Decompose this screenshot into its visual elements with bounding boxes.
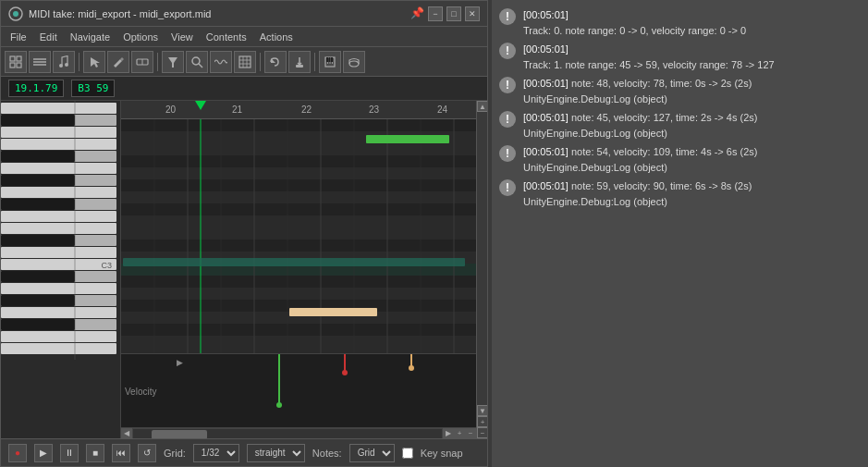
scroll-zoom-in[interactable]: + xyxy=(454,428,465,439)
toolbar-grid2-btn[interactable] xyxy=(234,51,256,73)
position-bar: 19.1.79 B3 59 xyxy=(1,77,487,101)
console-entry-2: ! [00:05:01] Track: 1. note range: 45 ->… xyxy=(499,42,861,72)
v-scrollbar[interactable]: ▲ ▼ + − xyxy=(476,101,487,438)
svg-rect-60 xyxy=(1,235,75,246)
svg-rect-73 xyxy=(121,203,476,215)
svg-rect-47 xyxy=(1,259,116,270)
svg-rect-69 xyxy=(121,155,476,167)
menu-edit[interactable]: Edit xyxy=(34,30,63,44)
toolbar-music-btn[interactable] xyxy=(53,51,75,73)
curve-select[interactable]: straight linear bezier xyxy=(247,444,305,462)
toolbar-sep-1 xyxy=(79,53,79,71)
toolbar-filter-btn[interactable] xyxy=(162,51,184,73)
transport-stop[interactable]: ■ xyxy=(86,444,104,462)
toolbar-piano-btn[interactable] xyxy=(319,51,341,73)
scroll-right-btn[interactable]: ▶ xyxy=(443,428,454,439)
svg-rect-56 xyxy=(1,115,75,126)
menu-navigate[interactable]: Navigate xyxy=(65,30,116,44)
toolbar-zoom-btn[interactable] xyxy=(186,51,208,73)
timeline: 20 21 22 23 24 xyxy=(121,101,476,119)
key-snap-checkbox[interactable] xyxy=(402,448,413,459)
menu-contents[interactable]: Contents xyxy=(201,30,252,44)
velocity-section: Velocity ▶ xyxy=(121,353,476,427)
marker-21: 21 xyxy=(232,104,242,115)
svg-rect-80 xyxy=(121,288,476,300)
piano-keyboard: C3 xyxy=(1,101,121,438)
toolbar-glue-btn[interactable] xyxy=(288,51,311,73)
midi-icon xyxy=(8,6,23,21)
svg-rect-98 xyxy=(366,135,449,143)
close-button[interactable]: ✕ xyxy=(465,6,480,21)
toolbar-drum-btn[interactable] xyxy=(343,51,365,73)
menu-view[interactable]: View xyxy=(165,30,199,44)
svg-point-31 xyxy=(349,61,359,67)
svg-rect-41 xyxy=(1,187,116,198)
v-scroll-plus[interactable]: + xyxy=(477,416,487,427)
v-scroll-down[interactable]: ▼ xyxy=(477,405,487,416)
svg-rect-54 xyxy=(1,331,116,342)
transport-record[interactable]: ● xyxy=(8,444,27,462)
svg-rect-75 xyxy=(121,227,476,240)
svg-rect-50 xyxy=(1,283,116,294)
midi-window: MIDI take: midi_export - midi_export.mid… xyxy=(0,0,488,467)
console-text-4: [00:05:01] note: 45, velocity: 127, time… xyxy=(523,110,757,141)
transport-pause[interactable]: ⏸ xyxy=(60,444,79,462)
grid-label: Grid: xyxy=(164,448,186,459)
console-entry-5: ! [00:05:01] note: 54, velocity: 109, ti… xyxy=(499,144,861,175)
notes-label: Notes: xyxy=(312,448,342,459)
svg-rect-70 xyxy=(121,167,476,179)
transport-play[interactable]: ▶ xyxy=(34,444,53,462)
svg-rect-2 xyxy=(10,56,15,61)
toolbar-pencil-btn[interactable] xyxy=(107,51,129,73)
v-scroll-minus[interactable]: − xyxy=(477,427,487,438)
toolbar-wave-btn[interactable] xyxy=(210,51,232,73)
console-entry-4: ! [00:05:01] note: 45, velocity: 127, ti… xyxy=(499,110,861,141)
svg-rect-4 xyxy=(10,63,15,68)
svg-rect-58 xyxy=(1,175,75,186)
menu-actions[interactable]: Actions xyxy=(254,30,299,44)
notes-select[interactable]: Grid All xyxy=(349,444,395,462)
svg-point-15 xyxy=(192,57,200,65)
menu-options[interactable]: Options xyxy=(117,30,164,44)
grid-select[interactable]: 1/32 1/16 1/8 1/4 xyxy=(193,444,239,462)
svg-rect-46 xyxy=(1,247,116,258)
console-entry-1: ! [00:05:01] Track: 0. note range: 0 -> … xyxy=(499,7,861,38)
toolbar-sep-3 xyxy=(260,53,261,71)
svg-rect-23 xyxy=(296,65,303,68)
v-scroll-up[interactable]: ▲ xyxy=(477,101,487,112)
svg-rect-36 xyxy=(1,127,116,138)
transport-back[interactable]: ⏮ xyxy=(112,444,130,462)
console-icon-6: ! xyxy=(499,179,516,196)
console-panel: ! [00:05:01] Track: 0. note range: 0 -> … xyxy=(492,0,868,467)
svg-point-115 xyxy=(409,365,414,371)
console-entry-3: ! [00:05:01] note: 48, velocity: 78, tim… xyxy=(499,76,861,106)
svg-rect-37 xyxy=(1,139,116,150)
velocity-expand-btn[interactable]: ▶ xyxy=(177,358,183,367)
scroll-left-btn[interactable]: ◀ xyxy=(121,428,132,439)
svg-point-111 xyxy=(276,402,282,408)
toolbar-grid-btn[interactable] xyxy=(5,51,27,73)
console-text-5: [00:05:01] note: 54, velocity: 109, time… xyxy=(523,144,757,175)
toolbar-sep-4 xyxy=(314,53,315,71)
h-scrollbar-container: ◀ ▶ + − xyxy=(121,427,476,438)
maximize-button[interactable]: □ xyxy=(446,6,461,21)
pin-icon[interactable]: 📌 xyxy=(410,6,424,21)
toolbar-undo-btn[interactable] xyxy=(264,51,287,73)
svg-rect-30 xyxy=(331,57,333,62)
svg-rect-57 xyxy=(1,151,75,162)
toolbar-cursor-btn[interactable] xyxy=(83,51,105,73)
toolbar-erase-btn[interactable] xyxy=(131,51,153,73)
toolbar-lines-btn[interactable] xyxy=(29,51,51,73)
svg-point-9 xyxy=(59,64,63,68)
scroll-zoom-out[interactable]: − xyxy=(465,428,476,439)
bottom-bar: ● ▶ ⏸ ■ ⏮ ↺ Grid: 1/32 1/16 1/8 1/4 stra… xyxy=(1,438,487,466)
h-scrollbar[interactable] xyxy=(132,428,443,439)
note-display: B3 59 xyxy=(71,80,115,97)
grid-container: 20 21 22 23 24 xyxy=(121,101,476,438)
transport-loop[interactable]: ↺ xyxy=(138,444,156,462)
toolbar xyxy=(1,47,487,77)
menu-bar: File Edit Navigate Options View Contents… xyxy=(1,27,487,47)
menu-file[interactable]: File xyxy=(5,30,32,44)
note-grid[interactable]: Velocity ▶ xyxy=(121,119,476,427)
minimize-button[interactable]: − xyxy=(428,6,443,21)
